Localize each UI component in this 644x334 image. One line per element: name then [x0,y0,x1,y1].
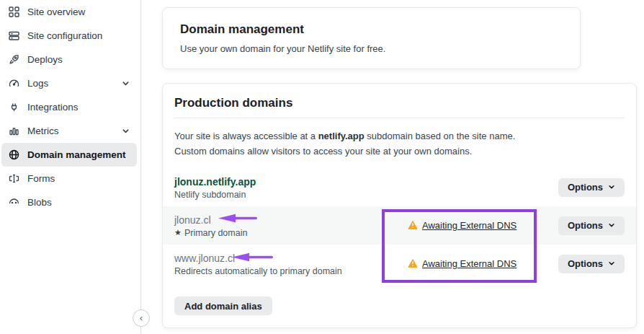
awaiting-external-dns-link[interactable]: Awaiting External DNS [422,258,516,269]
production-domains-card: Production domains Your site is always a… [162,83,637,328]
sidebar-item-label: Integrations [27,102,79,113]
chevron-down-icon [122,79,130,87]
sidebar-item-label: Site overview [27,6,85,17]
sidebar-item-label: Forms [27,173,55,184]
options-button[interactable]: Options [558,255,625,273]
domain-link[interactable]: www.jlonuz.cl [174,252,408,265]
domain-cell: jlonuz.netlify.app Netlify subdomain [174,175,408,200]
sidebar-item-deploys[interactable]: Deploys [1,48,137,71]
sidebar-item-logs[interactable]: Logs [1,71,137,95]
sidebar-item-site-configuration[interactable]: Site configuration [1,24,137,48]
domain-subtext: ★ Primary domain [174,228,408,238]
domain-subtext: Netlify subdomain [174,190,408,200]
status-cell: Awaiting External DNS [408,219,558,232]
sidebar-item-label: Metrics [27,126,59,136]
production-domains-description: Your site is always accessible at a netl… [174,128,546,159]
sidebar-item-metrics[interactable]: Metrics [1,119,137,143]
chevron-down-icon [608,182,615,193]
table-row-www-domain: www.jlonuz.cl Redirects automatically to… [163,245,636,283]
sidebar-item-label: Site configuration [27,30,102,41]
grid-icon [8,6,20,18]
gauge-icon [8,77,20,89]
blob-icon [8,196,20,208]
divider [174,118,625,118]
sidebar-item-label: Logs [27,78,48,89]
options-button[interactable]: Options [558,178,625,197]
options-button-label: Options [568,182,603,193]
options-button-label: Options [568,220,603,231]
warning-icon [408,258,418,271]
options-button-label: Options [568,258,603,269]
sidebar-item-forms[interactable]: Forms [1,167,137,190]
primary-star-icon: ★ [174,229,182,237]
domain-management-page: Site overview Site configuration Deploys [0,0,644,334]
rocket-icon [8,53,20,66]
chevron-down-icon [608,258,615,269]
description-bold-text: netlify.app [318,131,365,141]
awaiting-external-dns-link[interactable]: Awaiting External DNS [422,220,516,231]
status-cell: Awaiting External DNS [408,258,558,271]
sidebar: Site overview Site configuration Deploys [0,0,141,334]
chevron-down-icon [122,127,130,135]
domain-link[interactable]: jlonuz.netlify.app [174,175,408,188]
table-row-netlify-subdomain: jlonuz.netlify.app Netlify subdomain Opt… [163,168,636,206]
sidebar-item-label: Blobs [27,197,52,208]
description-text: Your site is always accessible at a [174,131,318,141]
domain-cell: www.jlonuz.cl Redirects automatically to… [174,252,408,276]
sidebar-item-integrations[interactable]: Integrations [1,95,137,119]
sidebar-collapse-button[interactable]: ‹ [133,309,150,327]
server-icon [8,30,20,42]
domain-subtext-label: Redirects automatically to primary domai… [174,266,342,276]
globe-icon [8,149,20,161]
add-domain-alias-button[interactable]: Add domain alias [174,296,272,315]
sidebar-item-site-overview[interactable]: Site overview [1,0,137,24]
domain-subtext: Redirects automatically to primary domai… [174,266,408,276]
domain-subtext-label: Netlify subdomain [174,190,246,200]
sidebar-item-blobs[interactable]: Blobs [1,190,137,214]
page-title: Domain management [180,22,563,37]
chevron-left-icon: ‹ [140,312,143,323]
bar-chart-icon [8,125,20,137]
sidebar-item-label: Domain management [27,149,126,160]
page-subtitle: Use your own domain for your Netlify sit… [180,43,563,54]
warning-icon [408,219,418,232]
plug-icon [8,101,20,113]
domain-cell: jlonuz.cl ★ Primary domain [174,214,408,238]
options-button[interactable]: Options [558,216,625,235]
table-row-primary-domain: jlonuz.cl ★ Primary domain Awaiting Exte… [163,206,636,245]
form-icon [8,172,20,185]
production-domains-title: Production domains [163,96,636,110]
domain-rows: jlonuz.netlify.app Netlify subdomain Opt… [163,168,636,283]
sidebar-item-domain-management[interactable]: Domain management [1,143,137,167]
domain-link[interactable]: jlonuz.cl [174,214,408,227]
main-content: Domain management Use your own domain fo… [142,0,644,334]
domain-subtext-label: Primary domain [184,228,248,238]
chevron-down-icon [608,220,615,231]
domain-management-header-card: Domain management Use your own domain fo… [162,7,581,69]
sidebar-item-label: Deploys [27,54,63,65]
